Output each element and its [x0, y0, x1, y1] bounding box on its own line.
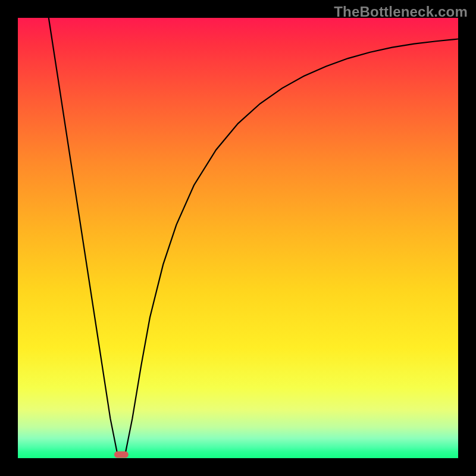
chart-svg: [18, 18, 458, 458]
minimum-marker: [114, 452, 129, 458]
plot-area: [18, 18, 458, 458]
chart-frame: TheBottleneck.com: [0, 0, 476, 476]
curve-right-branch: [126, 39, 458, 452]
curve-left-branch: [49, 18, 117, 452]
